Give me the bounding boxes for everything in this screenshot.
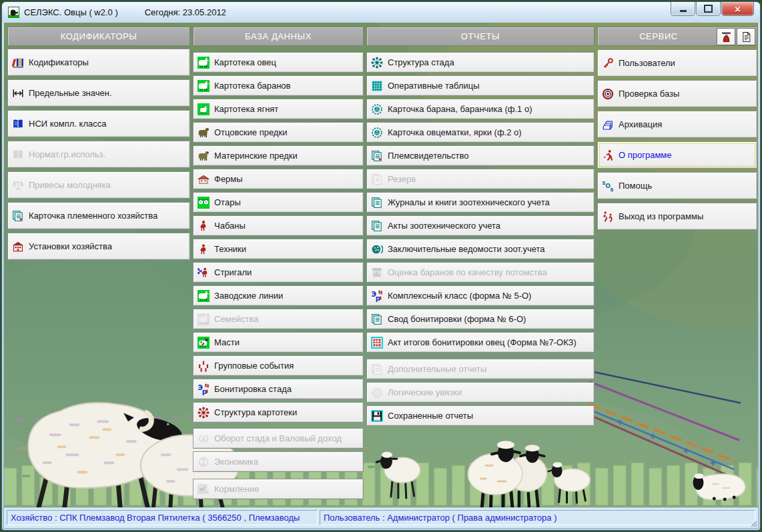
report-doc-button[interactable] xyxy=(737,28,755,45)
menu-item-label: О программе xyxy=(619,150,672,160)
menu-item[interactable]: Картотека баранов xyxy=(193,75,364,96)
menu-item-label: Кормление xyxy=(214,484,259,494)
title-bar[interactable]: СЕЛЭКС. Овцы ( w2.0 ) Сегодня: 23.05.201… xyxy=(2,2,760,23)
menu-item[interactable]: Предельные значен. xyxy=(7,79,190,107)
menu-item[interactable]: Масти xyxy=(193,332,364,353)
farm-settings-icon xyxy=(12,241,24,253)
menu-item[interactable]: Свод бонитировки (форма № 6-О) xyxy=(366,309,595,329)
help-icon: SOS xyxy=(602,180,614,192)
window-title: СЕЛЭКС. Овцы ( w2.0 ) xyxy=(24,7,118,17)
menu-item[interactable]: Материнские предки xyxy=(193,145,364,166)
menu-item[interactable]: О программе xyxy=(597,141,757,169)
menu-item[interactable]: Стригали xyxy=(193,262,364,283)
menu-item-label: Картотека ягнят xyxy=(214,104,278,114)
menu-item: Экономика xyxy=(193,451,364,472)
menu-item[interactable]: SOSПомощь xyxy=(597,172,757,199)
colors-icon xyxy=(198,337,210,349)
menu-item-label: Журналы и книги зоотехнического учета xyxy=(388,197,550,207)
menu-item-label: Архивация xyxy=(619,119,662,129)
service-header-buttons xyxy=(717,28,755,45)
column-header-database: БАЗА ДАННЫХ xyxy=(193,27,364,46)
menu-item-label: Свод бонитировки (форма № 6-О) xyxy=(388,314,526,324)
menu-item-label: Карточка овцематки, ярки (ф.2 о) xyxy=(388,127,522,137)
menu-item[interactable]: Выход из программы xyxy=(597,203,757,230)
menu-item-label: Дополнительные отчеты xyxy=(388,364,486,374)
menu-item[interactable]: Племсвидетельство xyxy=(366,145,595,166)
menu-item[interactable]: Фермы xyxy=(193,169,364,189)
menu-item-label: НСИ компл. класса xyxy=(29,119,106,129)
menu-item[interactable]: Проверка базы xyxy=(597,80,757,107)
menu-item-label: Карточка барана, баранчика (ф.1 о) xyxy=(388,104,532,114)
normative-usage-icon xyxy=(12,149,24,161)
menu-item[interactable]: Кодификаторы xyxy=(7,49,190,76)
menu-item[interactable]: Отцовские предки xyxy=(193,122,364,143)
menu-item-label: Установки хозяйства xyxy=(29,241,112,251)
menu-item[interactable]: Оперативные таблицы xyxy=(366,75,595,96)
menu-item-label: Картотека овец xyxy=(214,57,276,67)
window-controls: × xyxy=(671,2,754,16)
menu-item[interactable]: Отары xyxy=(193,192,364,213)
maximize-button[interactable] xyxy=(696,2,721,16)
menu-item-label: Бонитировка стада xyxy=(214,384,292,394)
menu-item[interactable]: Журналы и книги зоотехнического учета xyxy=(366,192,595,213)
sheep-card-icon xyxy=(198,57,210,69)
flocks-icon xyxy=(198,197,210,209)
menu-item[interactable]: Групповые события xyxy=(193,355,364,376)
column-codifiers: КОДИФИКАТОРЫ КодификаторыПредельные знач… xyxy=(7,27,190,263)
menu-item[interactable]: НСИ компл. класса xyxy=(7,110,190,137)
ewe-card-form2-icon xyxy=(371,127,383,139)
menu-item[interactable]: Акт итогов бонитировки овец (Форма №7-ОК… xyxy=(366,332,595,353)
menu-item[interactable]: Заводские линии xyxy=(193,285,364,306)
menu-item-label: Масти xyxy=(214,337,240,347)
factory-lines-icon xyxy=(198,290,210,302)
technicians-icon xyxy=(198,243,210,255)
families-icon xyxy=(198,313,210,325)
menu-item[interactable]: Карточка племенного хозяйства xyxy=(7,202,190,229)
herd-turnover-icon xyxy=(198,433,210,445)
journals-icon xyxy=(371,197,383,209)
young-weight-gain-icon xyxy=(12,179,24,191)
menu-item-label: Оперативные таблицы xyxy=(388,81,480,91)
column-database: БАЗА ДАННЫХ Картотека овецКартотека бара… xyxy=(193,27,364,502)
alarm-phone-button[interactable] xyxy=(717,28,735,45)
menu-item-label: Заключительные ведомости зоот.учета xyxy=(388,244,545,254)
menu-item-label: Карточка племенного хозяйства xyxy=(29,211,157,221)
saved-reports-icon xyxy=(371,410,383,422)
menu-item-label: Акты зоотехнического учета xyxy=(388,221,500,231)
resize-grip[interactable] xyxy=(748,518,757,527)
menu-item[interactable]: Картотека овец xyxy=(193,52,364,73)
menu-item-label: Акт итогов бонитировки овец (Форма №7-ОК… xyxy=(388,337,577,347)
menu-item[interactable]: Акты зоотехнического учета xyxy=(366,215,595,236)
menu-item-label: Помощь xyxy=(619,181,652,191)
menu-item[interactable]: Чабаны xyxy=(193,215,364,236)
column-header-reports: ОТЧЕТЫ xyxy=(366,27,595,46)
menu-item-label: Структура картотеки xyxy=(214,407,297,417)
menu-item[interactable]: Карточка барана, баранчика (ф.1 о) xyxy=(366,99,595,119)
grading-summary-icon xyxy=(371,313,383,325)
menu-item[interactable]: ЭрБонитировка стада xyxy=(193,379,364,399)
menu-item[interactable]: Картотека ягнят xyxy=(193,99,364,119)
menu-item-label: Комплексный класс (форма № 5-О) xyxy=(388,291,531,301)
feeding-icon xyxy=(198,483,210,495)
menu-item[interactable]: Структура стада xyxy=(366,52,595,73)
menu-item: Кормление xyxy=(193,479,364,499)
menu-item[interactable]: Установки хозяйства xyxy=(7,233,190,260)
status-farm: Хозяйство : СПК Племзавод Вторая Пятилет… xyxy=(7,510,318,525)
breeding-farm-card-icon xyxy=(12,210,24,222)
close-button[interactable]: × xyxy=(721,2,754,16)
menu-item[interactable]: Сохраненные отчеты xyxy=(366,405,595,426)
menu-item[interactable]: Карточка овцематки, ярки (ф.2 о) xyxy=(366,122,595,143)
menu-item[interactable]: Структура картотеки xyxy=(193,402,364,423)
alarm-phone-icon xyxy=(721,31,732,43)
menu-item[interactable]: Архивация xyxy=(597,111,757,138)
menu-item-label: Техники xyxy=(214,244,246,254)
minimize-button[interactable] xyxy=(671,2,695,16)
users-icon xyxy=(602,57,614,69)
menu-item[interactable]: ЭрКомплексный класс (форма № 5-О) xyxy=(366,285,595,306)
herd-structure-icon xyxy=(371,57,383,69)
menu-item[interactable]: Заключительные ведомости зоот.учета xyxy=(366,239,595,259)
operational-tables-icon xyxy=(371,80,383,92)
menu-item[interactable]: Пользователи xyxy=(597,49,757,77)
column-service: СЕРВИС ПользователиПроверка базыАрхиваци… xyxy=(597,27,757,233)
menu-item[interactable]: Техники xyxy=(193,239,364,259)
